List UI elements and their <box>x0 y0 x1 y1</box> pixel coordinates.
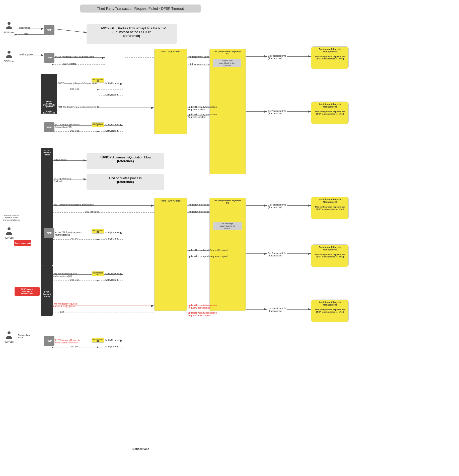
200-resp-auth: 200 resp <box>70 237 79 240</box>
put-transactions-label: PUT /thirdpartyRequests/transactions/{ID… <box>58 106 100 108</box>
dfsp-account-holder-box: DFSP Account Holder <box>41 148 53 266</box>
main-title: Third Party Transaction Request Failed -… <box>80 5 201 13</box>
update-auth-received: UpdateThirdpartyAuthRequestReceived <box>188 249 227 251</box>
person-icon-top <box>5 21 13 30</box>
get-participant-info-auth-2: GetParticipantInfo (If not cached) <box>268 252 286 257</box>
200-resp-2: 200 resp <box>70 130 79 132</box>
third-party-payments-bc-box: 3rd party initiated payments BC <box>209 49 246 174</box>
third-party-api-bc-box: Third Party API BC <box>154 49 187 134</box>
notify-report-auth: NotifyReport <box>105 237 118 240</box>
resp-label: resp <box>24 33 28 35</box>
fspiop-agreement-ref: FSPIOP Agreement/Quotation Flow (referen… <box>87 153 164 169</box>
dfsp-payee-box: DFSP Payee Check for valid agreement Cre… <box>41 74 57 114</box>
person-icon-auth <box>5 227 13 236</box>
notif-bc-dfsp-auth: Notifications BC <box>92 271 104 276</box>
dfsp-account-holder-2-box: DFSP Account Holder <box>41 266 53 316</box>
pisp-box-top: PISP <box>44 25 54 35</box>
put-quotes-label: PUT /quotes/{ID) Callback <box>54 177 71 182</box>
get-participant-info-label: GetParticipantInfo (If not cached) <box>268 55 286 60</box>
put-auth-label: PUT /thirdpartyRequests /authorizations/… <box>53 272 77 277</box>
pisp-failed-box: PISP <box>44 336 54 346</box>
pisp-user-label-top: PISP User <box>4 31 14 34</box>
dfsp-timeout-badge: DFSP timeout waiting for authorization <box>15 287 40 296</box>
svg-point-61 <box>8 227 11 230</box>
put-error-label: PUT /thirdpartyRequests /transactions/{I… <box>53 303 77 308</box>
ask-user-label: Ask user to terms agree to terms and sig… <box>0 214 23 221</box>
fspiop-get-parties-ref: FSPIOP GET Parties flow, except hits the… <box>87 24 177 44</box>
200-resp-failed: 200 resp <box>70 345 79 348</box>
notify-requested-label: NotifyRequested <box>105 82 122 84</box>
person-icon-2 <box>5 50 13 59</box>
pisp-user-label-auth: PISP User <box>4 237 14 239</box>
pisp-user-actor-2: PISP User <box>4 50 14 62</box>
update-auth-accepted: UpdateThirdpartyAuthRequestAccepted <box>188 255 227 258</box>
pisp-user-label-failed: PISP User <box>4 341 14 343</box>
plc-management-error: Participant Lifecycle Management This co… <box>311 300 349 322</box>
plc-management-auth-2: Participant Lifecycle Management This co… <box>311 244 349 267</box>
notify-report-2: NotifyReport <box>105 130 118 132</box>
notify-requested-failed: NotifyRequested <box>105 339 122 341</box>
get-participant-info-2-label: GetParticipantInfo (If not cached) <box>268 110 286 115</box>
third-party-api-bc-auth: Third Party API BC <box>154 198 187 311</box>
notify-requested-2: NotifyRequested <box>105 123 122 126</box>
post-auth-label: POST /thirdpartyRequests/authorizations <box>53 204 94 206</box>
notifications-bottom-label: Notifications <box>132 447 149 450</box>
update-tx-accepted-label: UpdateThirdpartyTransaction RequestAccep… <box>188 113 217 118</box>
get-participant-info-error: GetParticipantInfo (If not cached) <box>268 307 286 312</box>
notify-requested-dfsp-auth: NotifyRequested <box>105 272 122 275</box>
svg-line-4 <box>54 29 87 33</box>
pisp-user-label-2: PISP User <box>4 60 14 62</box>
get-participant-info-auth: GetParticipantInfo (If not cached) <box>268 204 286 209</box>
svg-point-62 <box>8 331 11 334</box>
notify-report-label: NotifyReport <box>105 93 118 96</box>
pisp-user-actor-failed: PISP User <box>4 331 14 343</box>
pisp-box-2: PISP <box>44 53 54 63</box>
third-party-payments-bc-auth: 3rd party initiated payments BC <box>209 198 246 311</box>
post-transactions-label: POST /thirdpartyRequests/transactions <box>55 56 94 58</box>
202-accepted-label: 202 Accepted <box>63 63 76 65</box>
transaction-failed-label: Transaction failed <box>18 334 30 339</box>
update-tx-received-label: UpdateThirdpartyTransaction RequestRecei… <box>188 106 217 111</box>
title-text: Third Party Transaction Request Failed -… <box>97 7 184 11</box>
200-resp-error: 200 <box>60 311 64 313</box>
no-state-box: no state kept pass it back to the reques… <box>213 59 241 67</box>
plc-management-1: Participant Lifecycle Management This co… <box>311 46 349 69</box>
notif-bc-badge-2: Notifications BC <box>92 122 104 127</box>
pisp-auth-box: PISP <box>44 228 54 238</box>
notify-requested-auth: NotifyRequested <box>105 231 122 234</box>
notify-report-dfsp-auth: NotifyReport <box>105 279 118 281</box>
person-icon-failed <box>5 331 13 340</box>
dash-resp: - <box>54 311 55 313</box>
post-auth-pisp-label: POST /thirdpartyRequests /authorizations <box>55 231 82 236</box>
initiate-quote-label: initiate quote <box>54 159 67 161</box>
pisp-box-3: PISP <box>44 122 54 132</box>
plc-management-2: Participant Lifecycle Management This co… <box>311 102 349 124</box>
200-resp-dfsp-auth: 200 resp <box>70 279 79 281</box>
update-error-accepted: UpdateThirdpartyTransaction RequestError… <box>188 312 217 317</box>
post-transactions-dfsp-label: POST /thirdpartyRequests/transactions <box>58 82 97 84</box>
200-resp-label: 200 resp <box>70 88 79 90</box>
end-of-quotes-ref: End of quotes process (reference) <box>87 174 164 190</box>
user-having-auth-badge: User is having auth <box>14 240 31 246</box>
notif-bc-badge-1: Notifications BC <box>92 78 104 83</box>
202-accepted-auth: 202 Accepted <box>85 211 99 213</box>
update-error-received: UpdateThirdpartyTransaction RequestError… <box>188 304 217 309</box>
pisp-user-actor-top: PISP User <box>4 21 14 34</box>
no-state-auth: no state kept, pass it back to the reque… <box>213 222 242 230</box>
svg-point-59 <box>8 22 11 25</box>
notif-bc-auth: Notifications BC <box>92 229 104 234</box>
notif-bc-failed: Notifications BC <box>92 338 104 343</box>
plc-management-auth: Participant Lifecycle Management This co… <box>311 197 349 219</box>
pisp-user-actor-auth: PISP User <box>4 227 14 239</box>
svg-point-60 <box>8 51 11 54</box>
notify-report-failed: NotifyReport <box>105 345 118 348</box>
get-parties-label: Get Parties <box>19 27 30 29</box>
put-tx-label-2: PUT /thirdpartyRequests /transactions/{I… <box>55 123 80 128</box>
confirm-payee-label: confirm payee <box>19 53 33 56</box>
put-error-failed-label: PUT /thirdpartyRequests /transactions/{I… <box>55 339 80 344</box>
